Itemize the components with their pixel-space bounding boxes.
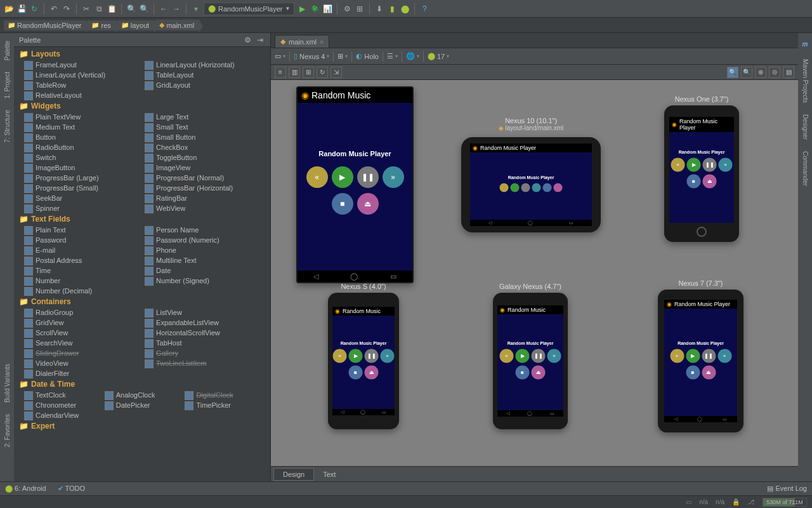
palette-item[interactable]: SlidingDrawer	[16, 348, 137, 358]
run-config-dropdown[interactable]: ⬤ RandomMusicPlayer ▼	[204, 3, 294, 15]
save-icon[interactable]: 💾	[16, 4, 27, 14]
rail-designer[interactable]: Designer	[802, 112, 809, 142]
settings-icon[interactable]: ⚙	[342, 4, 352, 14]
tool-android[interactable]: ⬤ 6: Android	[5, 485, 46, 493]
redo-icon[interactable]: ↷	[62, 4, 72, 14]
palette-item[interactable]: LinearLayout (Horizontal)	[137, 60, 258, 70]
device-preview-nexuss[interactable]: Nexus S (4.0") ◉Random Music Random Musi…	[328, 293, 399, 429]
palette-item[interactable]: Plain TextView	[16, 112, 137, 122]
avd-icon[interactable]: ▮	[387, 4, 397, 14]
palette-item[interactable]: ProgressBar (Normal)	[137, 173, 258, 183]
view-normal-icon[interactable]: ≡	[275, 67, 286, 78]
crumb-res[interactable]: 📁res	[88, 20, 115, 30]
crumb-project[interactable]: 📁RandomMusicPlayer	[4, 20, 86, 30]
view-blueprint-icon[interactable]: ▥	[289, 67, 300, 78]
palette-item[interactable]: SeekBar	[16, 193, 137, 203]
zoom-in-icon[interactable]: ⊕	[755, 67, 766, 78]
palette-item[interactable]: E-mail	[16, 245, 137, 255]
palette-item[interactable]: Password	[16, 235, 137, 245]
palette-item[interactable]: Postal Address	[16, 255, 137, 265]
palette-item[interactable]: AnalogClock	[97, 390, 178, 400]
refresh-icon[interactable]: ↻	[317, 67, 328, 78]
memory-gauge[interactable]: 530M of 711M	[763, 498, 807, 507]
palette-item[interactable]: Large Text	[137, 112, 258, 122]
palette-item[interactable]: CalendarView	[16, 410, 97, 420]
device-preview-nexus10[interactable]: Nexus 10 (10.1") ◆ layout-land/main.xml …	[461, 137, 601, 232]
tab-main-xml[interactable]: ◆ main.xml ×	[275, 35, 329, 48]
palette-item[interactable]: VideoView	[16, 358, 137, 368]
collapse-icon[interactable]: ⇥	[255, 35, 265, 45]
sdk-icon[interactable]: ⬇	[374, 4, 384, 14]
rail-maven[interactable]: Maven Projects	[802, 57, 809, 105]
palette-item[interactable]: RadioGroup	[16, 307, 137, 318]
palette-item[interactable]: TableLayout	[137, 70, 258, 80]
palette-item[interactable]: TableRow	[16, 80, 137, 90]
palette-group-header[interactable]: 📁 Widgets	[14, 100, 270, 112]
palette-item[interactable]: TwoLineListItem	[137, 358, 258, 368]
palette-group-header[interactable]: 📁 Expert	[14, 420, 270, 432]
profile-icon[interactable]: 📊	[322, 4, 332, 14]
find-icon[interactable]: 🔍	[126, 4, 136, 14]
palette-item[interactable]: Plain Text	[16, 225, 137, 235]
undo-icon[interactable]: ↶	[49, 4, 59, 14]
palette-item[interactable]: ProgressBar (Large)	[16, 173, 137, 183]
palette-item[interactable]: TextClock	[16, 390, 97, 400]
crumb-file[interactable]: ◆main.xml	[155, 20, 199, 30]
view-both-icon[interactable]: ⊞	[303, 67, 314, 78]
copy-icon[interactable]: ⧉	[94, 4, 104, 14]
palette-item[interactable]: Multiline Text	[137, 255, 258, 265]
rail-favorites[interactable]: 2: Favorites	[4, 411, 11, 450]
palette-item[interactable]: WebView	[137, 203, 258, 213]
forward-icon[interactable]: →	[171, 4, 181, 14]
palette-item[interactable]: ProgressBar (Small)	[16, 183, 137, 193]
palette-item[interactable]: RadioButton	[16, 142, 137, 152]
make-icon[interactable]: ▾	[191, 4, 201, 14]
design-canvas[interactable]: ◉Random Music Random Music Player « ▶ ❚❚…	[271, 80, 798, 466]
palette-item[interactable]: DialerFilter	[16, 368, 137, 378]
debug-icon[interactable]: 🪲	[310, 4, 320, 14]
tool-todo[interactable]: ✔ TODO	[58, 485, 85, 493]
replace-icon[interactable]: 🔍	[139, 4, 149, 14]
palette-item[interactable]: Chronometer	[16, 400, 97, 410]
rail-project[interactable]: 1: Project	[4, 69, 11, 101]
palette-item[interactable]: RelativeLayout	[16, 90, 137, 100]
git-icon[interactable]: ⎇	[747, 498, 755, 505]
open-icon[interactable]: 📂	[4, 4, 14, 14]
device-preview-galaxynexus[interactable]: Galaxy Nexus (4.7") ◉Random Music Random…	[493, 293, 568, 429]
rail-structure[interactable]: 7: Structure	[4, 107, 11, 145]
help-icon[interactable]: ?	[419, 4, 429, 14]
palette-item[interactable]: RatingBar	[137, 193, 258, 203]
palette-item[interactable]: TimePicker	[177, 400, 258, 410]
rail-commander[interactable]: Commander	[802, 149, 809, 189]
palette-item[interactable]: Spinner	[16, 203, 137, 213]
palette-item[interactable]: CheckBox	[137, 142, 258, 152]
lock-icon[interactable]: 🔒	[732, 498, 740, 505]
palette-item[interactable]: LinearLayout (Vertical)	[16, 70, 137, 80]
cut-icon[interactable]: ✂	[81, 4, 91, 14]
palette-item[interactable]: ImageView	[137, 163, 258, 173]
sync-icon[interactable]: ↻	[29, 4, 39, 14]
orientation-dropdown[interactable]: ▭▾	[275, 52, 285, 60]
palette-group-header[interactable]: 📁 Containers	[14, 296, 270, 307]
palette-item[interactable]: TabHost	[137, 338, 258, 348]
palette-item[interactable]: ToggleButton	[137, 152, 258, 163]
rail-build-variants[interactable]: Build Variants	[4, 361, 11, 405]
tool-event-log[interactable]: ▤ Event Log	[767, 485, 807, 493]
rail-palette[interactable]: Palette	[4, 38, 11, 63]
palette-group-header[interactable]: 📁 Layouts	[14, 48, 270, 60]
tab-design[interactable]: Design	[273, 468, 314, 481]
palette-item[interactable]: ImageButton	[16, 163, 137, 173]
device-preview-nexus7[interactable]: Nexus 7 (7.3") ◉Random Music Player Rand…	[658, 290, 743, 432]
palette-item[interactable]: Medium Text	[16, 122, 137, 132]
palette-item[interactable]: GridLayout	[137, 80, 258, 90]
settings-icon[interactable]: ▤	[783, 67, 794, 78]
back-icon[interactable]: ←	[159, 4, 169, 14]
expand-icon[interactable]: ⇲	[331, 67, 342, 78]
palette-group-header[interactable]: 📁 Date & Time	[14, 378, 270, 390]
palette-item[interactable]: ListView	[137, 307, 258, 318]
palette-item[interactable]: HorizontalScrollView	[137, 328, 258, 338]
palette-item[interactable]: Time	[16, 265, 137, 276]
crumb-layout[interactable]: 📁layout	[117, 20, 154, 30]
palette-item[interactable]: Gallery	[137, 348, 258, 358]
palette-item[interactable]: Number (Signed)	[137, 276, 258, 286]
